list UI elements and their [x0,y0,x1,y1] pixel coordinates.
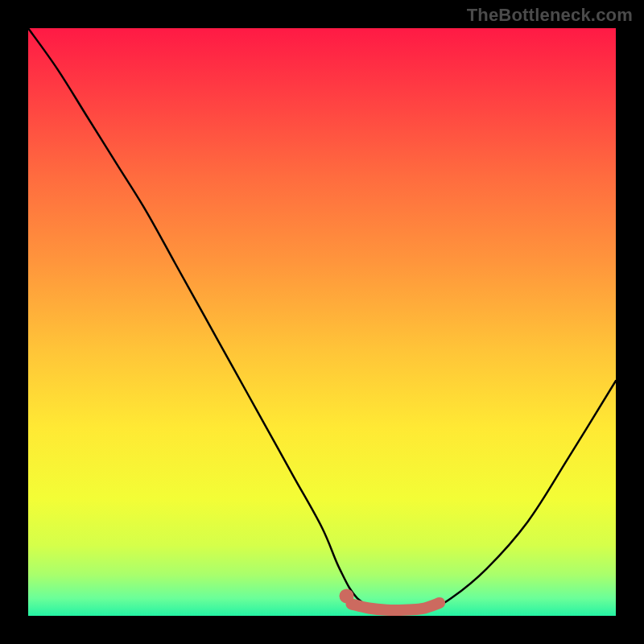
chart-stage: TheBottleneck.com [0,0,644,644]
highlight-start-dot [340,588,354,603]
watermark-text: TheBottleneck.com [467,5,633,26]
bottleneck-chart [0,0,644,644]
